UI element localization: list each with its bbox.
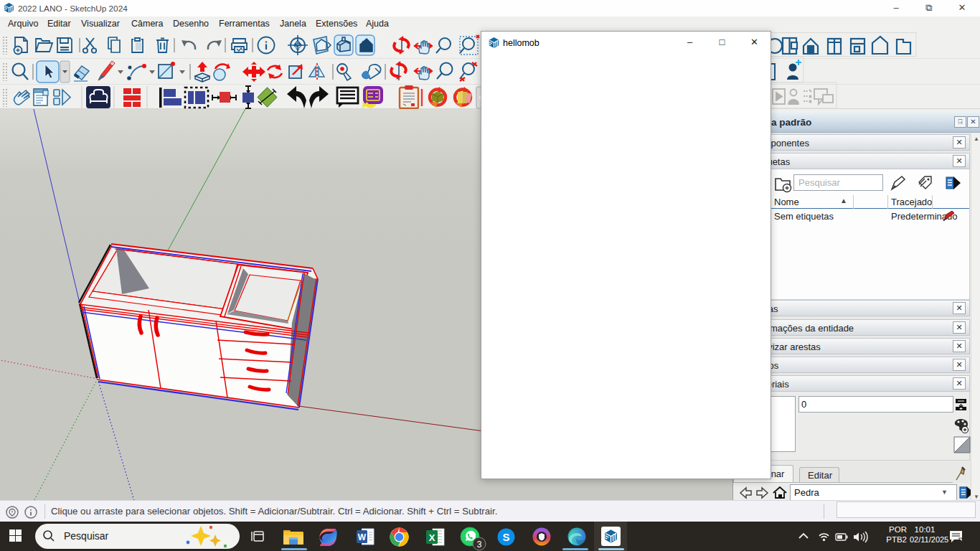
svg-text:A-B: A-B (295, 45, 301, 50)
svg-text:3: 3 (477, 540, 482, 550)
svg-text:C: C (296, 41, 300, 45)
svg-text:S: S (502, 531, 509, 543)
svg-text:W: W (358, 532, 367, 542)
svg-text:X: X (429, 532, 435, 543)
